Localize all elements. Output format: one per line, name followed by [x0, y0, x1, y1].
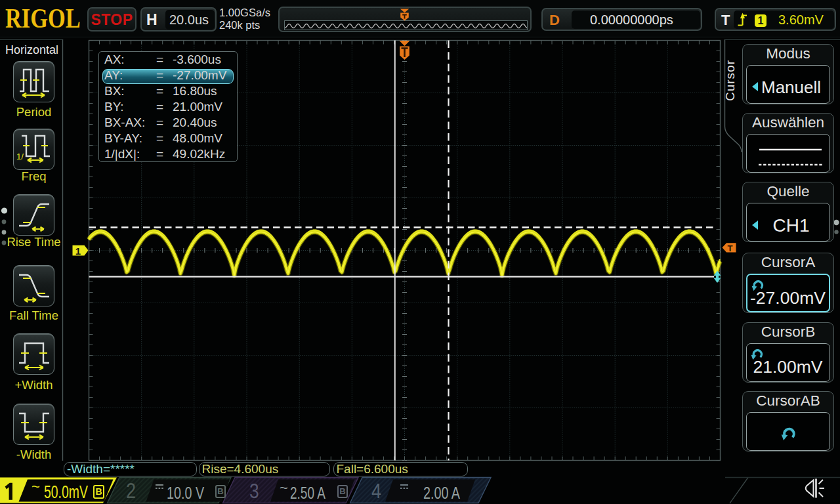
svg-text:1/: 1/ — [16, 152, 24, 161]
svg-text:1: 1 — [75, 245, 81, 257]
svg-text:T: T — [728, 243, 733, 253]
